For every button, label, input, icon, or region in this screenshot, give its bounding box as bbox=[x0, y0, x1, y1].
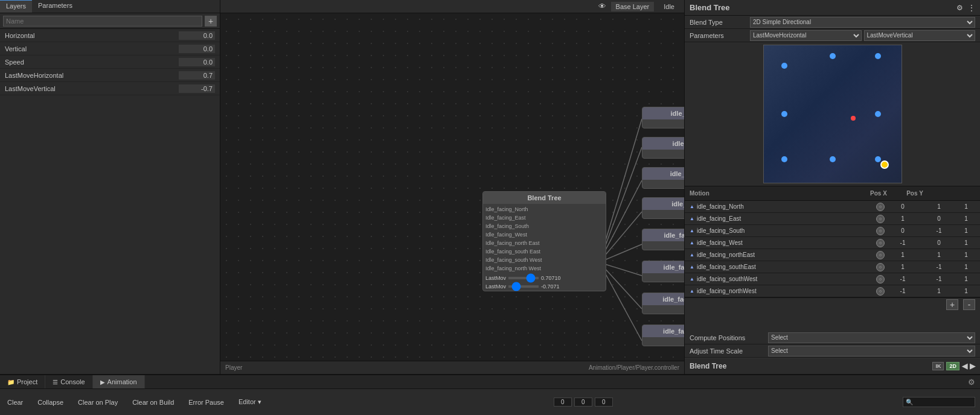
compute-positions-select[interactable]: Select bbox=[768, 332, 975, 343]
anim-node-7[interactable]: idle_facing_northWest Blend Tree bbox=[642, 325, 684, 346]
anim-node-5[interactable]: idle_facing_southEast Blend Tree bbox=[642, 261, 684, 282]
remove-motion-button[interactable]: - bbox=[963, 299, 975, 310]
motion-num-4: 1 bbox=[957, 252, 975, 258]
motion-posx-2: 0 bbox=[885, 227, 921, 234]
eye-icon[interactable]: 👁 bbox=[598, 2, 606, 11]
motion-label-1: idle_facing_East bbox=[697, 215, 741, 222]
tab-animation[interactable]: ▶ Animation bbox=[93, 375, 145, 388]
nav-left-icon[interactable]: ◀ bbox=[962, 362, 967, 370]
motion-circle-1[interactable]: ○ bbox=[876, 215, 885, 223]
svg-line-3 bbox=[603, 212, 642, 258]
motion-posy-0: 1 bbox=[921, 203, 957, 210]
motion-num-2: 1 bbox=[957, 227, 975, 234]
motion-circle-4[interactable]: ○ bbox=[876, 251, 885, 259]
param-name-horizontal: Horizontal bbox=[5, 32, 179, 39]
counter-1: 0 bbox=[554, 398, 572, 407]
motion-name-6: ▲ idle_facing_southWest bbox=[690, 276, 876, 282]
motion-num-1: 1 bbox=[957, 215, 975, 222]
clear-on-build-button[interactable]: Clear on Build bbox=[130, 398, 176, 407]
param1-select[interactable]: LastMoveHorizontal bbox=[750, 30, 862, 41]
motion-label-6: idle_facing_southWest bbox=[697, 276, 757, 282]
svg-line-7 bbox=[603, 270, 642, 341]
motion-label-0: idle_facing_North bbox=[697, 203, 744, 210]
graph-area[interactable]: Blend Tree Idle_facing_North Idle_facing… bbox=[220, 13, 684, 361]
param1-value: 0.70710 bbox=[541, 275, 568, 281]
blend-tree-node-title: Blend Tree bbox=[483, 192, 606, 204]
motion-circle-2[interactable]: ○ bbox=[876, 227, 885, 235]
blend-tree-node[interactable]: Blend Tree Idle_facing_North Idle_facing… bbox=[482, 191, 606, 291]
blend-dot-southwest bbox=[781, 156, 787, 162]
tab-layers[interactable]: Layers bbox=[0, 0, 32, 13]
console-icon: ☰ bbox=[53, 379, 58, 385]
blend-dot-target[interactable] bbox=[880, 160, 889, 169]
tab-base-layer[interactable]: Base Layer bbox=[611, 2, 655, 11]
col-header-posy: Pos Y bbox=[897, 190, 933, 197]
motion-posy-6: -1 bbox=[921, 276, 957, 282]
motion-name-2: ▲ idle_facing_South bbox=[690, 227, 876, 234]
tab-parameters[interactable]: Parameters bbox=[32, 0, 78, 13]
param1-slider[interactable] bbox=[508, 277, 539, 279]
param-name-speed: Speed bbox=[5, 59, 179, 66]
blend-tree-param1: LastMov 0.70710 bbox=[483, 274, 606, 282]
param-value-lastmoveh: 0.7 bbox=[179, 71, 215, 80]
motion-circle-5[interactable]: ○ bbox=[876, 263, 885, 271]
motion-posy-2: -1 bbox=[921, 227, 957, 234]
motion-table-header: Motion Pos X Pos Y bbox=[685, 186, 980, 201]
anim-node-6[interactable]: idle_facing_southWest Blend Tree bbox=[642, 293, 684, 314]
clear-button[interactable]: Clear bbox=[5, 398, 25, 407]
anim-node-0[interactable]: idle_facing_North Blend Tree bbox=[642, 107, 684, 128]
motion-num-0: 1 bbox=[957, 203, 975, 210]
playback-controls: 0 0 0 bbox=[554, 398, 613, 407]
anim-node-4[interactable]: idle_facing_northEast Blend Tree bbox=[642, 229, 684, 250]
nav-right-icon[interactable]: ▶ bbox=[970, 362, 975, 370]
add-button[interactable]: + bbox=[205, 16, 217, 27]
adjust-time-scale-select[interactable]: Select bbox=[768, 346, 975, 356]
blend-type-row: Blend Type 2D Simple Directional bbox=[685, 16, 980, 29]
tri-icon-2: ▲ bbox=[690, 228, 694, 233]
svg-line-2 bbox=[603, 180, 642, 255]
search-input[interactable] bbox=[903, 397, 975, 407]
motion-num-6: 1 bbox=[957, 276, 975, 282]
more-icon[interactable]: ⋮ bbox=[968, 4, 975, 12]
tab-project[interactable]: 📁 Project bbox=[0, 375, 45, 388]
anim-node-7-title: idle_facing_northWest bbox=[642, 325, 684, 337]
blend-visualization[interactable] bbox=[763, 45, 902, 183]
blend-type-select[interactable]: 2D Simple Directional bbox=[750, 17, 975, 28]
collapse-button[interactable]: Collapse bbox=[35, 398, 66, 407]
tab-console[interactable]: ☰ Console bbox=[45, 375, 92, 388]
param-row-lastmovev: LastMoveVertical -0.7 bbox=[0, 82, 220, 95]
param-name-lastmovev: LastMoveVertical bbox=[5, 85, 179, 92]
tab-idle[interactable]: Idle bbox=[659, 2, 679, 11]
motion-circle-3[interactable]: ○ bbox=[876, 239, 885, 247]
tri-icon-1: ▲ bbox=[690, 216, 694, 221]
anim-node-2[interactable]: idle_facing_South Blend Tree bbox=[642, 167, 684, 189]
clear-on-play-button[interactable]: Clear on Play bbox=[75, 398, 120, 407]
anim-node-3[interactable]: idle_facing_West Blend Tree bbox=[642, 197, 684, 219]
bottom-gear-icon[interactable]: ⚙ bbox=[968, 378, 975, 387]
svg-line-0 bbox=[603, 119, 642, 249]
settings-icon[interactable]: ⚙ bbox=[956, 4, 963, 12]
motion-posy-5: -1 bbox=[921, 264, 957, 270]
anim-node-1[interactable]: idle_facing_East Blend Tree bbox=[642, 137, 684, 159]
param-value-speed: 0.0 bbox=[179, 58, 215, 66]
ik-badge[interactable]: IK bbox=[932, 362, 944, 370]
motion-row-5: ▲ idle_facing_southEast ○ 1 -1 1 bbox=[685, 261, 980, 273]
motion-circle-6[interactable]: ○ bbox=[876, 275, 885, 284]
error-pause-button[interactable]: Error Pause bbox=[186, 398, 226, 407]
editor-button[interactable]: Editor ▾ bbox=[236, 397, 264, 407]
tab-console-label: Console bbox=[60, 378, 85, 385]
add-motion-button[interactable]: + bbox=[946, 299, 958, 310]
param-row-vertical: Vertical 0.0 bbox=[0, 42, 220, 55]
bottom-controls: Clear Collapse Clear on Play Clear on Bu… bbox=[0, 389, 980, 415]
name-input[interactable] bbox=[3, 16, 202, 27]
motion-circle-0[interactable]: ○ bbox=[876, 203, 885, 211]
param2-label: LastMov bbox=[485, 284, 506, 290]
motion-posx-5: 1 bbox=[885, 264, 921, 270]
twod-badge[interactable]: 2D bbox=[946, 362, 959, 370]
motion-circle-7[interactable]: ○ bbox=[876, 287, 885, 296]
param2-select[interactable]: LastMoveVertical bbox=[864, 30, 976, 41]
anim-node-4-title: idle_facing_northEast bbox=[642, 229, 684, 241]
right-header: Blend Tree ⚙ ⋮ bbox=[685, 0, 980, 16]
motion-name-3: ▲ idle_facing_West bbox=[690, 239, 876, 246]
param2-slider[interactable] bbox=[508, 285, 539, 288]
